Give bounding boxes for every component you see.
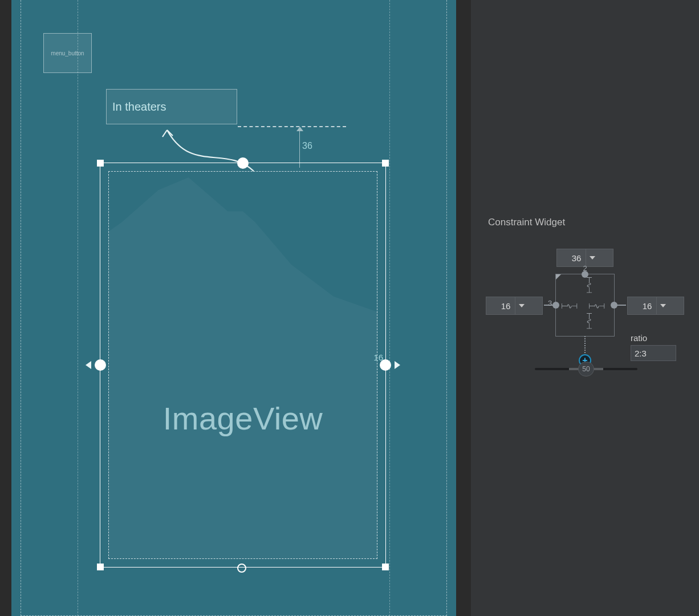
imageview-placeholder: ImageView xyxy=(108,171,377,559)
resize-handle-top-left[interactable] xyxy=(97,160,104,167)
ratio-height-number: 3 xyxy=(548,298,552,307)
layout-editor-canvas[interactable]: menu_button In theaters 36 ImageView 16 xyxy=(11,0,456,616)
attributes-panel: Constraint Widget 36 16 16 2 3 + ⊢∿⊣ ⊢∿⊣… xyxy=(471,0,699,616)
bottom-unconstrained-line xyxy=(584,336,586,355)
menu-button-label: menu_button xyxy=(51,50,84,56)
margin-right-input[interactable]: 16 xyxy=(627,297,684,315)
inner-anchor-right[interactable] xyxy=(611,302,617,309)
vertical-size-indicator-bottom: ⊢∿⊣ xyxy=(585,313,594,328)
resize-handle-bottom-left[interactable] xyxy=(97,564,104,570)
side-margin-label: 16 xyxy=(373,352,383,362)
horizontal-size-indicator-right: ⊢∿⊣ xyxy=(588,302,604,310)
resize-handle-bottom-right[interactable] xyxy=(382,564,389,570)
resize-handle-top-right[interactable] xyxy=(382,160,389,167)
ratio-field: ratio xyxy=(631,333,676,361)
expand-right-icon xyxy=(395,361,400,369)
ratio-input[interactable] xyxy=(631,345,676,361)
vertical-size-indicator-top: ⊢∿⊣ xyxy=(585,277,594,292)
chevron-down-icon xyxy=(519,304,525,307)
ratio-label: ratio xyxy=(631,333,676,343)
constraint-widget[interactable]: 36 16 16 2 3 + ⊢∿⊣ ⊢∿⊣ ⊢∿⊣ ⊢∿⊣ ratio xyxy=(482,249,688,408)
margin-left-input[interactable]: 16 xyxy=(486,297,543,315)
margin-top-value: 36 xyxy=(572,253,582,263)
expand-left-icon xyxy=(86,361,91,369)
menu-button-view[interactable]: menu_button xyxy=(43,33,92,73)
chevron-down-icon xyxy=(660,304,666,307)
constraint-anchor-top[interactable] xyxy=(237,157,249,169)
horizontal-size-indicator-left: ⊢∿⊣ xyxy=(561,302,576,310)
imageview-selection[interactable]: ImageView 16 xyxy=(97,160,389,570)
margin-left-value: 16 xyxy=(501,301,511,311)
margin-left-dropdown[interactable] xyxy=(515,297,527,314)
constraint-widget-heading: Constraint Widget xyxy=(471,217,699,228)
inner-anchor-left[interactable] xyxy=(552,302,559,309)
chevron-down-icon xyxy=(590,256,595,260)
bias-knob[interactable]: 50 xyxy=(578,362,594,376)
title-text: In theaters xyxy=(112,100,166,114)
bias-value: 50 xyxy=(582,365,590,373)
title-textview[interactable]: In theaters xyxy=(106,89,237,124)
horizontal-bias-slider[interactable]: 50 xyxy=(535,363,637,375)
imageview-label: ImageView xyxy=(109,400,377,437)
margin-right-value: 16 xyxy=(643,301,652,311)
top-margin-label: 36 xyxy=(302,141,312,151)
constraint-anchor-left[interactable] xyxy=(95,359,106,371)
margin-top-dropdown[interactable] xyxy=(586,249,598,266)
constraint-anchor-bottom[interactable] xyxy=(237,564,246,573)
placeholder-mountain-icon xyxy=(108,171,377,382)
margin-right-dropdown[interactable] xyxy=(656,297,669,314)
